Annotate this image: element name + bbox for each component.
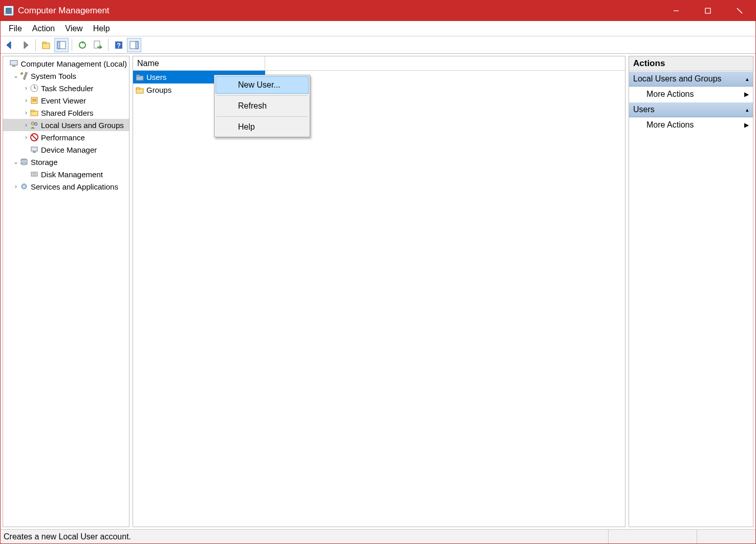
users-icon: [30, 120, 39, 130]
menu-action[interactable]: Action: [27, 22, 60, 35]
refresh-button[interactable]: [75, 38, 90, 52]
show-hide-tree-button[interactable]: [54, 38, 69, 52]
tree-item-label: Storage: [31, 158, 58, 166]
disk-icon: [30, 170, 39, 179]
tree-item[interactable]: ›Event Viewer: [3, 94, 129, 107]
tree-twisty-icon[interactable]: ›: [23, 97, 30, 104]
device-icon: [30, 145, 39, 154]
status-cell: [609, 530, 697, 543]
tree-item-label: Disk Management: [41, 170, 103, 179]
list-pane[interactable]: Name UsersGroups New User...RefreshHelp: [133, 56, 625, 527]
list-item-label: Users: [146, 73, 166, 81]
tree-item-label: Shared Folders: [41, 109, 94, 117]
titlebar: Computer Management: [1, 1, 755, 21]
maximize-button[interactable]: [692, 1, 724, 21]
app-icon: [4, 6, 14, 16]
svg-line-3: [737, 8, 742, 13]
menu-file[interactable]: File: [4, 22, 27, 35]
tree-item-label: Device Manager: [41, 145, 97, 154]
tree-twisty-icon[interactable]: ›: [12, 183, 19, 190]
tree-item-label: Task Scheduler: [41, 84, 94, 93]
column-name[interactable]: Name: [133, 56, 265, 70]
back-button[interactable]: [3, 38, 17, 52]
svg-point-37: [24, 186, 25, 187]
svg-rect-24: [31, 110, 34, 112]
tree-item[interactable]: Computer Management (Local): [3, 57, 129, 70]
list-item[interactable]: Groups: [133, 83, 625, 96]
tree-item[interactable]: ›Performance: [3, 131, 129, 143]
tree-item[interactable]: ›Task Scheduler: [3, 82, 129, 94]
toolbar-separator: [72, 39, 72, 51]
context-menu-separator: [217, 116, 308, 117]
svg-point-35: [33, 173, 35, 175]
tree-twisty-icon[interactable]: ›: [23, 85, 30, 92]
svg-rect-29: [31, 147, 37, 151]
tree-item[interactable]: ⌄Storage: [3, 156, 129, 168]
tree-item[interactable]: Disk Management: [3, 168, 129, 180]
tree-item[interactable]: ›Services and Applications: [3, 180, 129, 193]
tree-item-label: Performance: [41, 133, 85, 142]
svg-point-33: [21, 163, 27, 165]
tree-item[interactable]: ⌄System Tools: [3, 70, 129, 82]
actions-link-label: More Actions: [646, 90, 694, 99]
actions-group-header[interactable]: Users▴: [629, 102, 753, 117]
window-title: Computer Management: [18, 6, 110, 16]
actions-link[interactable]: More Actions▶: [629, 117, 753, 133]
svg-rect-41: [136, 88, 140, 89]
tools-icon: [19, 71, 29, 80]
forward-button[interactable]: [18, 38, 32, 52]
actions-pane: Actions Local Users and Groups▴More Acti…: [629, 56, 753, 527]
clock-icon: [30, 83, 39, 93]
tree-twisty-icon[interactable]: ›: [23, 109, 30, 116]
actions-title: Actions: [629, 56, 753, 71]
tree-item-label: Local Users and Groups: [41, 121, 124, 130]
show-actions-pane-button[interactable]: [127, 38, 141, 52]
svg-point-26: [34, 122, 37, 125]
tree-item-label: Computer Management (Local): [20, 59, 127, 68]
statusbar: Creates a new Local User account.: [1, 529, 755, 543]
tree-twisty-icon[interactable]: ›: [23, 121, 30, 129]
list-item-label: Groups: [146, 86, 171, 94]
svg-rect-15: [12, 66, 15, 67]
list-header: Name: [133, 56, 625, 71]
menu-help[interactable]: Help: [88, 22, 115, 35]
toolbar-separator: [108, 39, 109, 51]
events-icon: [30, 96, 39, 105]
tree-pane[interactable]: Computer Management (Local)⌄System Tools…: [3, 56, 129, 527]
svg-rect-20: [31, 97, 37, 103]
svg-rect-16: [24, 72, 28, 79]
titlebar-controls: [660, 1, 755, 21]
tree-item[interactable]: ›Shared Folders: [3, 107, 129, 119]
services-icon: [19, 182, 29, 191]
context-menu-item[interactable]: Refresh: [215, 97, 309, 115]
svg-rect-5: [42, 42, 46, 44]
tree-item-label: System Tools: [31, 72, 76, 80]
chevron-right-icon: ▶: [744, 121, 749, 129]
menubar: File Action View Help: [1, 21, 755, 36]
svg-rect-1: [705, 8, 710, 13]
tree-item-label: Event Viewer: [41, 96, 86, 105]
tree-twisty-icon[interactable]: ⌄: [12, 158, 19, 165]
help-button[interactable]: ?: [112, 38, 126, 52]
actions-group-label: Users: [633, 105, 655, 114]
menu-view[interactable]: View: [60, 22, 88, 35]
tree-item[interactable]: ›Local Users and Groups: [3, 119, 129, 131]
actions-group-header[interactable]: Local Users and Groups▴: [629, 71, 753, 87]
shared-icon: [30, 108, 39, 117]
context-menu-item[interactable]: Help: [215, 118, 309, 136]
tree-item[interactable]: Device Manager: [3, 143, 129, 156]
up-button[interactable]: [39, 38, 53, 52]
svg-rect-13: [136, 41, 138, 49]
tree-twisty-icon[interactable]: ›: [23, 134, 30, 141]
perf-icon: [30, 133, 39, 142]
context-menu: New User...RefreshHelp: [214, 75, 310, 137]
tree-twisty-icon[interactable]: ⌄: [12, 72, 19, 79]
monitor-icon: [9, 59, 18, 68]
minimize-button[interactable]: [660, 1, 692, 21]
actions-link[interactable]: More Actions▶: [629, 87, 753, 102]
collapse-icon: ▴: [746, 107, 749, 113]
context-menu-item[interactable]: New User...: [215, 76, 309, 94]
storage-icon: [19, 157, 29, 166]
close-button[interactable]: [724, 1, 755, 21]
export-button[interactable]: [91, 38, 105, 52]
